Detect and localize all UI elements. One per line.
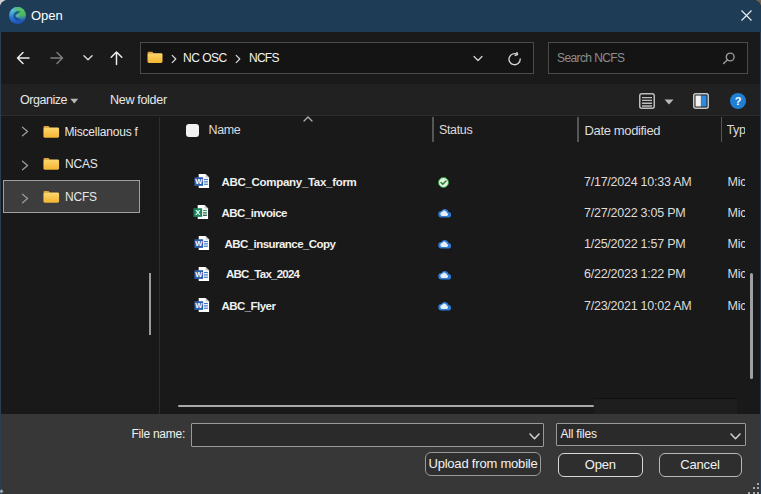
svg-text:X: X: [195, 208, 200, 217]
svg-text:W: W: [195, 301, 203, 310]
svg-text:W: W: [195, 239, 203, 248]
svg-text:?: ?: [735, 95, 742, 107]
svg-text:W: W: [195, 177, 203, 186]
svg-text:W: W: [195, 269, 203, 278]
